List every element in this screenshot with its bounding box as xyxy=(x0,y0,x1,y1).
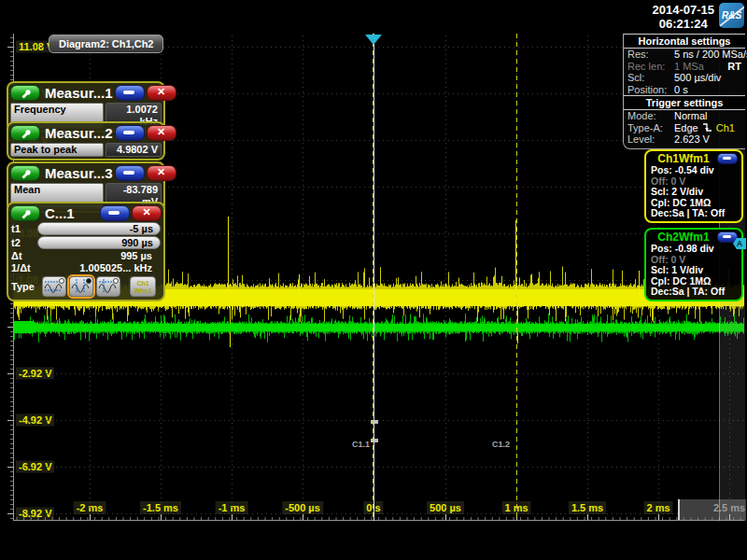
settings-wrench-button[interactable] xyxy=(10,205,40,221)
minimize-button[interactable] xyxy=(717,153,738,164)
t2-input[interactable]: 990 µs xyxy=(37,236,161,249)
y-axis-label: -8.92 V xyxy=(16,508,54,520)
trigger-level-row: Level: 2.623 V xyxy=(624,133,745,146)
radio-dot xyxy=(113,278,119,284)
settings-panel: Horizontal settings Res: 5 ns / 200 MSa/… xyxy=(623,34,745,149)
trigger-level-value: 2.623 V xyxy=(674,133,710,146)
cursor-title[interactable]: C...1 xyxy=(42,205,98,221)
close-button[interactable]: ✕ xyxy=(147,165,176,181)
ch2-pos: Pos: -0.98 div xyxy=(646,244,741,255)
x-axis-label: 500 µs xyxy=(427,501,464,514)
rs-logo-text: R&S xyxy=(722,10,741,21)
cursor-box: C...1 ✕ t1 -5 µs t2 990 µs Δt 995 µs 1/Δ… xyxy=(7,202,165,301)
measurement-value: 4.9802 V xyxy=(106,143,162,157)
diagram-tab[interactable]: Diagram2: Ch1,Ch2 xyxy=(49,35,163,53)
rt-badge: RT xyxy=(727,61,741,73)
cursor1-line[interactable] xyxy=(371,34,375,521)
ch1-wfm-title[interactable]: Ch1Wfm1 xyxy=(650,152,717,165)
cursor-type-vertical-button[interactable] xyxy=(69,276,93,297)
trigger-mode-value: Normal xyxy=(674,110,707,122)
minimize-button[interactable] xyxy=(115,125,145,141)
ch1-decimation: Dec:Sa | TA: Off xyxy=(646,208,741,219)
trigger-source-value: Ch1 xyxy=(716,122,735,134)
trigger-settings-title[interactable]: Trigger settings xyxy=(624,95,745,110)
y-axis-label: -4.92 V xyxy=(16,414,54,427)
measurement-label: Peak to peak xyxy=(10,143,104,157)
ch2-wfm-title[interactable]: Ch2Wfm1 xyxy=(650,231,717,244)
minimize-button[interactable] xyxy=(717,231,738,243)
date: 2014-07-15 xyxy=(653,3,715,17)
res-row: Res: 5 ns / 200 MSa/s xyxy=(624,49,745,61)
minimize-button[interactable] xyxy=(115,85,145,101)
res-label: Res: xyxy=(627,49,674,61)
dt-label: Δt xyxy=(11,250,37,261)
x-axis-label: -2 ms xyxy=(74,501,106,514)
x-axis-label: -1 ms xyxy=(216,501,248,514)
scl-value: 500 µs/div xyxy=(674,72,721,84)
inv-dt-value: 1.005025... kHz xyxy=(37,262,161,273)
measurement-title[interactable]: Measur...2 xyxy=(42,125,113,141)
t2-label: t2 xyxy=(11,237,37,248)
t1-input[interactable]: -5 µs xyxy=(37,222,161,235)
res-value: 5 ns / 200 MSa/s xyxy=(674,49,747,61)
close-button[interactable]: ✕ xyxy=(147,125,176,141)
radio-dot xyxy=(59,278,64,284)
cursor-type-both-button[interactable] xyxy=(96,276,120,297)
x-axis-label: 1.5 ms xyxy=(569,501,606,514)
cursor2-line-label: C1.2 xyxy=(492,440,510,449)
t1-label: t1 xyxy=(11,223,37,234)
x-axis-label: -500 µs xyxy=(282,501,323,514)
inv-dt-label: 1/Δt xyxy=(11,262,37,273)
trigger-mode-label: Mode: xyxy=(627,110,674,122)
ch1-pos: Pos: -0.54 div xyxy=(646,165,741,176)
trigger-level-label: Level: xyxy=(627,133,674,146)
wrench-icon xyxy=(20,208,31,219)
cursor-source-button[interactable]: Ch1 Wfm1 xyxy=(130,276,156,297)
ch1-wfm-box: Ch1Wfm1 Pos: -0.54 div Off: 0 V Scl: 2 V… xyxy=(644,149,743,223)
ch2-scale: Scl: 1 V/div xyxy=(646,265,741,276)
position-row: Position: 0 s xyxy=(624,84,745,96)
measurement-title[interactable]: Measur...3 xyxy=(42,165,113,181)
minimize-button[interactable] xyxy=(115,165,145,181)
settings-wrench-button[interactable] xyxy=(10,125,40,141)
settings-wrench-button[interactable] xyxy=(10,165,40,181)
trigger-type-row: Type-A: Edge Ch1 xyxy=(624,122,745,134)
ch1-scale: Scl: 2 V/div xyxy=(646,187,741,198)
measurement-box-2: Measur...2 ✕ Peak to peak 4.9802 V xyxy=(7,121,165,161)
position-value: 0 s xyxy=(674,84,688,96)
x-axis-label: 2 ms xyxy=(643,501,672,514)
ch2-decimation: Dec:Sa | TA: Off xyxy=(646,287,741,298)
wrench-icon xyxy=(20,168,31,179)
cursor-source-wfm: Wfm1 xyxy=(131,287,155,295)
scl-label: Scl: xyxy=(627,72,674,84)
trigger-type-value: Edge xyxy=(674,122,698,134)
y-axis-label: -6.92 V xyxy=(16,461,54,473)
wrench-icon xyxy=(20,128,31,139)
radio-dot xyxy=(86,278,92,284)
cursor-type-label: Type xyxy=(11,281,39,292)
ch2-wfm-box: Ch2Wfm1 Pos: -0.98 div Off: 0 V Scl: 1 V… xyxy=(644,228,743,301)
minimize-button[interactable] xyxy=(100,205,130,221)
cursor-source-ch: Ch1 xyxy=(131,280,155,287)
measurement-title[interactable]: Measur...1 xyxy=(42,85,113,101)
cursor1-line-label: C1.1 xyxy=(352,440,370,449)
close-button[interactable]: ✕ xyxy=(132,205,162,221)
reclen-value: 1 MSa xyxy=(674,61,704,73)
x-axis-label: -1.5 ms xyxy=(140,501,181,514)
falling-edge-icon xyxy=(702,122,712,133)
cursor-type-horizontal-button[interactable] xyxy=(42,276,66,297)
y-axis-label: -2.92 V xyxy=(16,368,54,380)
reclen-label: Rec len: xyxy=(627,61,674,73)
scl-row: Scl: 500 µs/div xyxy=(624,72,745,84)
time: 06:21:24 xyxy=(653,17,715,31)
datetime: 2014-07-15 06:21:24 xyxy=(653,3,715,31)
wrench-icon xyxy=(20,88,31,99)
cursor2-line[interactable] xyxy=(514,34,519,521)
dt-value: 995 µs xyxy=(37,250,161,261)
horizontal-settings-title[interactable]: Horizontal settings xyxy=(624,34,745,49)
settings-wrench-button[interactable] xyxy=(10,85,40,101)
reclen-row: Rec len: 1 MSa RT xyxy=(624,61,745,73)
position-label: Position: xyxy=(627,84,674,96)
trigger-mode-row: Mode: Normal xyxy=(624,110,745,122)
close-button[interactable]: ✕ xyxy=(147,85,176,101)
